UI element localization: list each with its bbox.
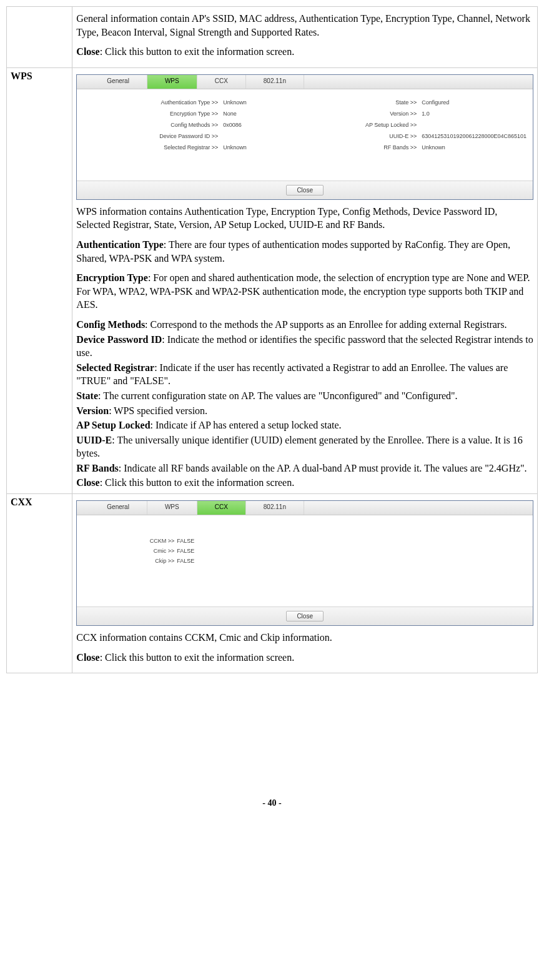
row-cxx-content: General WPS CCX 802.11n CCKM >> FALSE Cm… — [72, 494, 538, 673]
wps-close-line: Close: Click this button to exit the inf… — [76, 476, 533, 490]
wps-cfg-d: : Correspond to the methods the AP suppo… — [145, 319, 507, 330]
tab-general[interactable]: General — [89, 75, 147, 89]
cxx-fields: CCKM >> FALSE Cmic >> FALSE Ckip >> FALS… — [121, 538, 527, 564]
cxx-panel: General WPS CCX 802.11n CCKM >> FALSE Cm… — [76, 500, 533, 626]
wps-enc-line: Encryption Type: For open and shared aut… — [76, 271, 533, 312]
cxx-close-t: Close — [76, 652, 99, 663]
wps-intro: WPS information contains Authentication … — [76, 205, 533, 232]
f-cfg-l: Config Methods >> — [108, 122, 220, 128]
wps-close-d: : Click this button to exit the informat… — [100, 477, 295, 488]
row-cxx-label: CXX — [7, 494, 72, 673]
cxx-cmic-l: Cmic >> — [121, 548, 177, 554]
wps-state-t: State — [76, 390, 98, 401]
wps-close-t: Close — [76, 477, 99, 488]
f-aplock-l: AP Setup Locked >> — [338, 122, 419, 128]
wps-rf-t: RF Bands — [76, 463, 118, 473]
wps-sr-t: Selected Registrar — [76, 362, 154, 373]
wps-uuid-t: UUID-E — [76, 435, 112, 445]
tab-spacer — [304, 75, 533, 89]
cxx-tab-spacer — [304, 501, 533, 515]
wps-tabbar: General WPS CCX 802.11n — [77, 75, 533, 89]
f-uuid-l: UUID-E >> — [338, 133, 419, 139]
wps-state-line: State: The current configuration state o… — [76, 389, 533, 403]
page-number: - 40 - — [6, 798, 538, 808]
cxx-close-button[interactable]: Close — [286, 611, 324, 621]
row-wps-content: General WPS CCX 802.11n Authentication T… — [72, 67, 538, 493]
wps-ver-t: Version — [76, 405, 109, 416]
row-wps-label: WPS — [7, 67, 72, 493]
f-uuid-v: 63041253101920061228000E04C865101 — [422, 133, 527, 139]
wps-cfg-line: Config Methods: Correspond to the method… — [76, 318, 533, 332]
wps-apl-d: : Indicate if AP has entered a setup loc… — [151, 420, 342, 430]
f-sr-v: Unknown — [223, 144, 335, 151]
general-close-term: Close — [76, 46, 99, 57]
wps-panel-body: Authentication Type >> Unknown State >> … — [77, 89, 533, 181]
f-rf-l: RF Bands >> — [338, 144, 419, 151]
wps-rf-line: RF Bands: Indicate all RF bands availabl… — [76, 462, 533, 475]
wps-fields: Authentication Type >> Unknown State >> … — [108, 99, 527, 151]
wps-apl-t: AP Setup Locked — [76, 420, 150, 430]
wps-rf-d: : Indicate all RF bands available on the… — [119, 463, 527, 473]
f-enc-l: Encryption Type >> — [108, 111, 220, 117]
wps-apl-line: AP Setup Locked: Indicate if AP has ente… — [76, 418, 533, 432]
wps-uuid-d: : The universally unique identifier (UUI… — [76, 435, 522, 459]
wps-close-button[interactable]: Close — [286, 185, 324, 196]
row-general-content: General information contain AP's SSID, M… — [72, 7, 538, 68]
wps-ver-line: Version: WPS specified version. — [76, 404, 533, 418]
f-cfg-v: 0x0086 — [223, 122, 335, 128]
wps-auth-line: Authentication Type: There are four type… — [76, 238, 533, 265]
cxx-cmic-v: FALSE — [177, 548, 227, 554]
f-dpw-l: Device Password ID >> — [108, 133, 220, 139]
cxx-tab-wps[interactable]: WPS — [147, 501, 197, 515]
cxx-tab-80211n[interactable]: 802.11n — [246, 501, 304, 515]
wps-auth-t: Authentication Type — [76, 239, 163, 250]
wps-panel: General WPS CCX 802.11n Authentication T… — [76, 74, 533, 200]
general-desc: General information contain AP's SSID, M… — [76, 12, 533, 39]
f-state-l: State >> — [338, 99, 419, 106]
general-close-desc: : Click this button to exit the informat… — [100, 46, 295, 57]
cxx-tab-general[interactable]: General — [89, 501, 147, 515]
wps-uuid-line: UUID-E: The universally unique identifie… — [76, 433, 533, 460]
general-close-line: Close: Click this button to exit the inf… — [76, 45, 533, 59]
cxx-cckm-v: FALSE — [177, 538, 227, 544]
f-dpw-v — [223, 133, 335, 139]
f-auth-type-l: Authentication Type >> — [108, 99, 220, 106]
cxx-close-d: : Click this button to exit the informat… — [100, 652, 295, 663]
tab-wps[interactable]: WPS — [147, 75, 197, 89]
f-enc-v: None — [223, 111, 335, 117]
cxx-close-row: Close — [77, 606, 533, 625]
cxx-desc: CCX information contains CCKM, Cmic and … — [76, 631, 533, 645]
wps-sr-line: Selected Registrar: Indicate if the user… — [76, 361, 533, 388]
wps-dpw-t: Device Password ID — [76, 334, 162, 345]
wps-ver-d: : WPS specified version. — [109, 405, 207, 416]
wps-state-d: : The current configuration state on AP.… — [98, 390, 458, 401]
f-version-v: 1.0 — [422, 111, 527, 117]
doc-table: General information contain AP's SSID, M… — [6, 6, 538, 673]
wps-enc-t: Encryption Type — [76, 272, 148, 283]
row-general-label-cell — [7, 7, 72, 68]
f-version-l: Version >> — [338, 111, 419, 117]
f-state-v: Configured — [422, 99, 527, 106]
cxx-cckm-l: CCKM >> — [121, 538, 177, 544]
cxx-ckip-l: Ckip >> — [121, 558, 177, 564]
cxx-tabbar: General WPS CCX 802.11n — [77, 501, 533, 515]
cxx-panel-body: CCKM >> FALSE Cmic >> FALSE Ckip >> FALS… — [77, 515, 533, 606]
cxx-tab-ccx[interactable]: CCX — [197, 501, 246, 515]
f-auth-type-v: Unknown — [223, 99, 335, 106]
cxx-close-line: Close: Click this button to exit the inf… — [76, 651, 533, 665]
wps-dpw-line: Device Password ID: Indicate the method … — [76, 333, 533, 360]
f-rf-v: Unknown — [422, 144, 527, 151]
tab-ccx[interactable]: CCX — [197, 75, 246, 89]
wps-close-row: Close — [77, 181, 533, 199]
f-aplock-v — [422, 122, 527, 128]
tab-80211n[interactable]: 802.11n — [246, 75, 304, 89]
f-sr-l: Selected Registrar >> — [108, 144, 220, 151]
cxx-ckip-v: FALSE — [177, 558, 227, 564]
wps-cfg-t: Config Methods — [76, 319, 145, 330]
